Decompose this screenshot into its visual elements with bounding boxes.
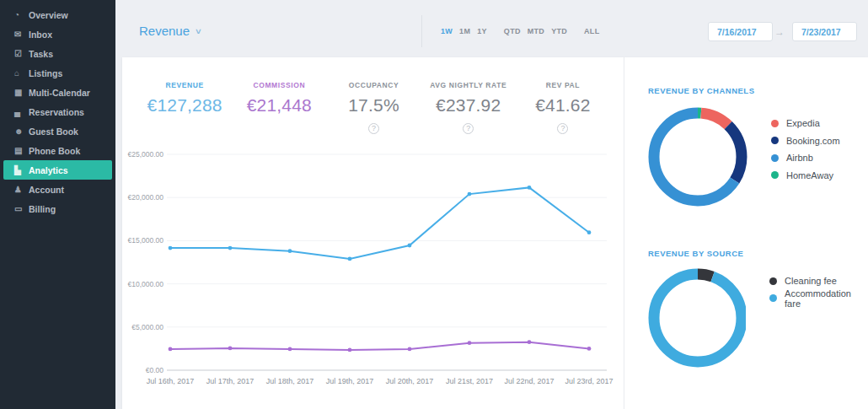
metric-dropdown[interactable]: Revenue ∨ bbox=[139, 24, 201, 38]
range-button-all[interactable]: ALL bbox=[584, 27, 599, 35]
series-line-revenue bbox=[170, 187, 589, 259]
y-tick-label: €25,000.00 bbox=[127, 150, 163, 159]
legend-item-homeaway: HomeAway bbox=[771, 167, 840, 185]
data-point bbox=[468, 341, 472, 345]
help-icon[interactable]: ? bbox=[463, 123, 474, 134]
user-icon: ♟ bbox=[14, 186, 29, 194]
y-tick-label: €15,000.00 bbox=[127, 236, 163, 245]
stat-value: €237.92 bbox=[421, 95, 516, 116]
bed-icon: ▄ bbox=[14, 108, 29, 116]
sidebar-item-guest-book[interactable]: ☻Guest Book bbox=[3, 121, 112, 141]
stat-label: REV PAL bbox=[516, 81, 610, 89]
sidebar-item-label: Tasks bbox=[29, 49, 53, 59]
y-tick-label: €10,000.00 bbox=[127, 280, 163, 288]
panel-revenue-by-source: REVENUE BY SOURCECleaning feeAccommodati… bbox=[648, 249, 868, 368]
sidebar-item-inbox[interactable]: ✉Inbox bbox=[3, 24, 112, 44]
x-tick-label: Jul 23rd, 2017 bbox=[565, 377, 613, 385]
header-separator bbox=[421, 15, 422, 47]
x-tick-label: Jul 18th, 2017 bbox=[266, 377, 314, 385]
chevron-down-icon: ∨ bbox=[195, 27, 202, 35]
sidebar-item-overview[interactable]: ◔Overview bbox=[3, 5, 112, 24]
date-from-input[interactable] bbox=[708, 22, 773, 41]
stat-label: AVG NIGHTLY RATE bbox=[421, 81, 516, 89]
data-point bbox=[528, 340, 532, 344]
breakdown-pane: REVENUE BY CHANNELSExpediaBooking.comAir… bbox=[624, 57, 868, 409]
stat-occupancy: OCCUPANCY17.5%? bbox=[326, 81, 421, 134]
calendar-icon: ▦ bbox=[14, 89, 29, 97]
sidebar-item-label: Overview bbox=[29, 10, 68, 20]
donut-chart-revenue-by-channels bbox=[648, 107, 747, 207]
help-icon[interactable]: ? bbox=[557, 123, 568, 134]
donut-row: Cleaning feeAccommodation fare bbox=[648, 268, 868, 368]
stat-label: OCCUPANCY bbox=[326, 81, 421, 89]
donut-chart-revenue-by-source bbox=[648, 268, 746, 368]
home-icon: ⌂ bbox=[14, 69, 29, 78]
range-button-ytd[interactable]: YTD bbox=[551, 27, 567, 35]
data-point bbox=[587, 347, 592, 351]
stat-rev-pal: REV PAL€41.62? bbox=[516, 81, 610, 134]
sidebar-item-label: Billing bbox=[29, 204, 56, 214]
legend-dot bbox=[769, 277, 777, 285]
line-chart-svg: €0.00€5,000.00€10,000.00€15,000.00€20,00… bbox=[122, 144, 624, 399]
data-point bbox=[228, 246, 233, 250]
stat-label: COMMISSION bbox=[232, 81, 326, 89]
y-tick-label: €0.00 bbox=[146, 366, 164, 374]
panel-title: REVENUE BY SOURCE bbox=[648, 249, 868, 258]
data-point bbox=[169, 347, 173, 352]
sidebar-item-label: Multi-Calendar bbox=[29, 88, 90, 98]
sidebar-item-label: Phone Book bbox=[29, 146, 80, 156]
legend-dot bbox=[771, 154, 779, 162]
gauge-icon: ◔ bbox=[14, 11, 29, 19]
range-button-qtd[interactable]: QTD bbox=[504, 27, 521, 35]
envelope-icon: ✉ bbox=[14, 30, 29, 39]
sidebar: ◔Overview✉Inbox☑Tasks⌂Listings▦Multi-Cal… bbox=[0, 0, 115, 409]
legend-item-airbnb: Airbnb bbox=[771, 149, 840, 167]
range-button-mtd[interactable]: MTD bbox=[528, 27, 544, 35]
legend-label: HomeAway bbox=[786, 170, 833, 180]
x-tick-label: Jul 17th, 2017 bbox=[206, 377, 255, 385]
sidebar-item-listings[interactable]: ⌂Listings bbox=[3, 63, 112, 83]
stat-commission: COMMISSION€21,448 bbox=[232, 81, 326, 134]
sidebar-item-account[interactable]: ♟Account bbox=[3, 180, 112, 199]
stat-value: €127,288 bbox=[137, 95, 232, 116]
sidebar-item-analytics[interactable]: ▙Analytics bbox=[3, 160, 112, 180]
sidebar-item-billing[interactable]: ▭Billing bbox=[3, 199, 112, 218]
data-point bbox=[169, 246, 173, 250]
sidebar-item-label: Guest Book bbox=[29, 126, 78, 137]
header-bar: Revenue ∨ 1W1M1YQTDMTDYTDALL → bbox=[115, 7, 868, 57]
stat-value: €41.62 bbox=[516, 95, 610, 116]
sidebar-item-label: Inbox bbox=[29, 30, 52, 40]
sidebar-item-multi-calendar[interactable]: ▦Multi-Calendar bbox=[3, 83, 112, 102]
panel-revenue-by-channels: REVENUE BY CHANNELSExpediaBooking.comAir… bbox=[648, 86, 868, 207]
legend-dot bbox=[769, 294, 777, 302]
data-point bbox=[408, 347, 412, 352]
data-point bbox=[348, 257, 352, 261]
data-point bbox=[348, 348, 352, 352]
legend-dot bbox=[771, 171, 779, 179]
sidebar-item-phone-book[interactable]: ▤Phone Book bbox=[3, 141, 112, 160]
help-icon[interactable]: ? bbox=[368, 123, 379, 134]
data-point bbox=[528, 186, 532, 190]
revenue-line-chart: €0.00€5,000.00€10,000.00€15,000.00€20,00… bbox=[122, 144, 624, 402]
sidebar-item-label: Reservations bbox=[29, 107, 84, 117]
dashboard-card: REVENUE€127,288COMMISSION€21,448OCCUPANC… bbox=[122, 57, 868, 409]
legend-dot bbox=[771, 120, 779, 127]
sidebar-item-reservations[interactable]: ▄Reservations bbox=[3, 102, 112, 121]
legend: ExpediaBooking.comAirbnbHomeAway bbox=[771, 107, 840, 207]
x-tick-label: Jul 22nd, 2017 bbox=[504, 377, 554, 385]
sidebar-item-tasks[interactable]: ☑Tasks bbox=[3, 44, 112, 63]
range-button-1m[interactable]: 1M bbox=[459, 27, 470, 35]
legend-item-booking-com: Booking.com bbox=[771, 132, 840, 150]
book-icon: ▤ bbox=[14, 147, 29, 155]
legend-item-accommodation-fare: Accommodation fare bbox=[769, 290, 868, 308]
sidebar-item-label: Account bbox=[29, 185, 64, 195]
legend: Cleaning feeAccommodation fare bbox=[769, 268, 868, 368]
legend-dot bbox=[771, 137, 779, 144]
stats-row: REVENUE€127,288COMMISSION€21,448OCCUPANC… bbox=[122, 57, 624, 134]
x-tick-label: Jul 16th, 2017 bbox=[147, 377, 195, 385]
range-button-1y[interactable]: 1Y bbox=[477, 27, 487, 35]
data-point bbox=[468, 192, 472, 196]
range-button-1w[interactable]: 1W bbox=[441, 27, 453, 35]
date-to-input[interactable] bbox=[792, 22, 857, 41]
x-tick-label: Jul 20th, 2017 bbox=[386, 377, 434, 385]
